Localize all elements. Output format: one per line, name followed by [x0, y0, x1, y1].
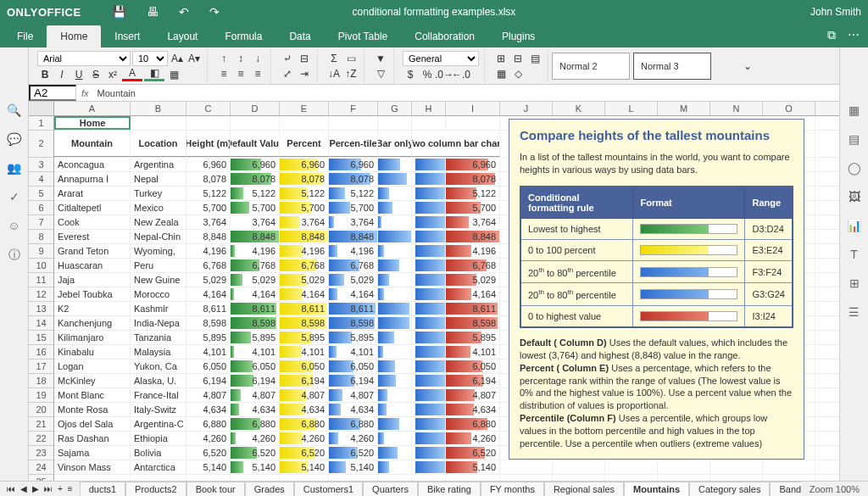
cell[interactable]: 4,196: [446, 244, 500, 258]
cell[interactable]: 5,029: [329, 273, 378, 287]
cell[interactable]: Alaska, U.: [131, 374, 186, 387]
row-header-20[interactable]: 20: [29, 403, 53, 417]
cell[interactable]: [378, 345, 412, 359]
cell[interactable]: [378, 460, 412, 474]
cell[interactable]: 6,050: [329, 359, 378, 373]
cell[interactable]: [378, 158, 412, 171]
col-header-J[interactable]: J: [500, 102, 553, 115]
cell[interactable]: [412, 359, 446, 373]
cell[interactable]: 5,700: [186, 201, 231, 215]
styles-dropdown-icon[interactable]: ⌄: [740, 59, 755, 73]
row-header-12[interactable]: 12: [29, 287, 53, 302]
cell[interactable]: [412, 417, 446, 431]
cell[interactable]: 6,520: [186, 446, 231, 460]
cell-style-normal3[interactable]: Normal 3: [633, 53, 711, 80]
cell[interactable]: [378, 172, 412, 186]
align-left-icon[interactable]: ≡: [216, 67, 231, 81]
cell[interactable]: 6,520: [446, 446, 500, 460]
cell[interactable]: 4,196: [186, 244, 231, 258]
cell[interactable]: 8,078: [329, 172, 378, 186]
cell[interactable]: Logan: [54, 359, 131, 373]
align-bottom-icon[interactable]: ↓: [250, 52, 265, 65]
cell[interactable]: 8,598: [231, 316, 280, 330]
cell[interactable]: 5,700: [329, 201, 378, 215]
cell[interactable]: [378, 388, 412, 402]
cell[interactable]: [412, 460, 446, 474]
cell[interactable]: 4,260: [446, 432, 500, 445]
cell[interactable]: 4,807: [280, 388, 329, 402]
decimal-dec-icon[interactable]: ←.0: [453, 68, 469, 81]
sheet-last-icon[interactable]: ⏭: [42, 484, 54, 493]
cell[interactable]: 6,960: [186, 158, 231, 171]
cell[interactable]: 8,598: [329, 316, 378, 330]
insert-function-icon[interactable]: Σ: [326, 52, 342, 65]
cell[interactable]: Sajama: [54, 446, 131, 460]
col-header-G[interactable]: G: [378, 102, 412, 115]
pivot-settings-icon[interactable]: ⊞: [849, 276, 860, 290]
menu-tab-home[interactable]: Home: [47, 25, 101, 47]
spellcheck-icon[interactable]: ✓: [9, 190, 19, 203]
row-header-6[interactable]: 6: [29, 201, 53, 215]
cell[interactable]: [186, 116, 231, 130]
cell[interactable]: 8,598: [280, 316, 329, 330]
cell[interactable]: [412, 172, 446, 186]
cell[interactable]: 6,194: [231, 374, 280, 387]
cell[interactable]: [412, 116, 446, 130]
cell[interactable]: 4,101: [329, 345, 378, 359]
percent-icon[interactable]: %: [420, 68, 435, 81]
cell[interactable]: 6,194: [280, 374, 329, 387]
delete-cells-icon[interactable]: ⊟: [510, 52, 526, 65]
cell[interactable]: [446, 116, 500, 130]
menu-tab-pivot-table[interactable]: Pivot Table: [325, 25, 401, 47]
cell-settings-icon[interactable]: ▦: [849, 103, 860, 117]
cell[interactable]: Percen-tile: [329, 131, 378, 157]
cell[interactable]: Monte Rosa: [54, 403, 131, 416]
row-header-25[interactable]: 25: [29, 475, 53, 481]
col-header-A[interactable]: A: [54, 102, 131, 115]
cell[interactable]: 5,895: [446, 331, 500, 344]
format-table-icon[interactable]: ▦: [493, 67, 509, 81]
cell[interactable]: 6,194: [186, 374, 231, 387]
cell[interactable]: 8,598: [186, 316, 231, 330]
cell[interactable]: [378, 403, 412, 416]
font-family-select[interactable]: Arial: [37, 51, 131, 66]
cell[interactable]: [412, 331, 446, 344]
cell[interactable]: 3,764: [446, 215, 500, 229]
cell[interactable]: [378, 230, 412, 243]
align-top-icon[interactable]: ↑: [216, 52, 231, 65]
insert-cells-icon[interactable]: ⊞: [493, 52, 509, 65]
cell[interactable]: [412, 158, 446, 171]
cell[interactable]: Peru: [131, 259, 186, 272]
cell[interactable]: [378, 302, 412, 315]
cell[interactable]: Antarctica: [131, 460, 186, 474]
cell[interactable]: Malaysia: [131, 345, 186, 359]
cell[interactable]: 5,029: [446, 273, 500, 287]
cell[interactable]: 4,164: [329, 287, 378, 301]
row-header-9[interactable]: 9: [29, 244, 53, 259]
fill-color-button[interactable]: ◧: [144, 68, 164, 81]
cell[interactable]: [378, 201, 412, 215]
cell[interactable]: 5,140: [446, 460, 500, 474]
cell[interactable]: [378, 259, 412, 272]
cell[interactable]: 4,101: [446, 345, 500, 359]
col-header-K[interactable]: K: [553, 102, 605, 115]
cell[interactable]: 6,050: [280, 359, 329, 373]
cell[interactable]: 3,764: [329, 215, 378, 229]
sheet-tab-products2[interactable]: Products2: [125, 482, 186, 496]
cell[interactable]: 5,029: [280, 273, 329, 287]
cell[interactable]: 6,768: [446, 259, 500, 272]
cell[interactable]: 4,634: [329, 403, 378, 416]
cell[interactable]: 6,960: [329, 158, 378, 171]
sheet-tab-bike-rating[interactable]: Bike rating: [418, 482, 481, 496]
superscript-button[interactable]: x²: [105, 68, 120, 81]
print-icon[interactable]: 🖶: [147, 5, 159, 19]
cell[interactable]: [605, 460, 658, 474]
cell[interactable]: [378, 215, 412, 229]
cell[interactable]: New Zeala: [131, 215, 186, 229]
cell[interactable]: [710, 460, 763, 474]
cell[interactable]: 6,880: [186, 417, 231, 431]
menu-tab-insert[interactable]: Insert: [101, 25, 153, 47]
sheet-tab-quarters[interactable]: Quarters: [363, 482, 418, 496]
cell[interactable]: Everest: [54, 230, 131, 243]
cell[interactable]: [446, 475, 500, 481]
